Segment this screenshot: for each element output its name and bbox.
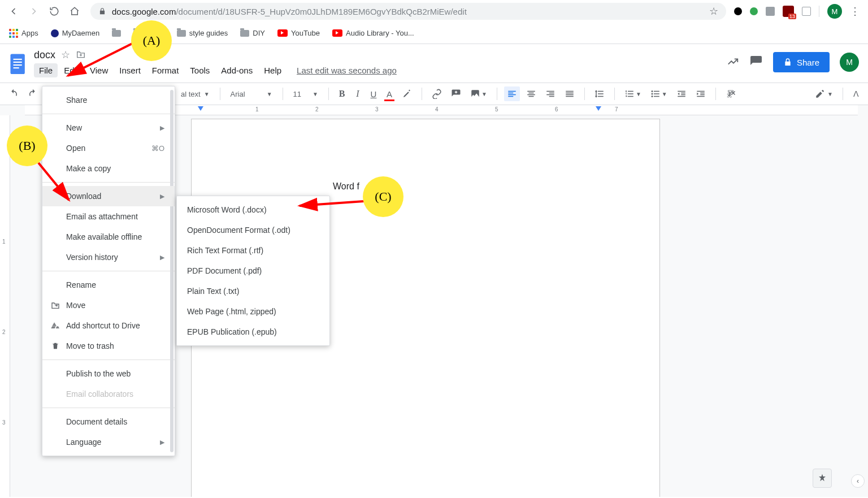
undo-button[interactable] — [6, 86, 21, 101]
font-select[interactable]: Arial ▼ — [227, 90, 276, 98]
file-available-offline[interactable]: Make available offline — [42, 227, 175, 247]
underline-button[interactable]: U — [367, 86, 380, 101]
activity-icon[interactable] — [727, 55, 739, 70]
separator — [42, 408, 175, 408]
file-document-details[interactable]: Document details — [42, 412, 175, 432]
redo-button[interactable] — [25, 86, 41, 101]
download-odt[interactable]: OpenDocument Format (.odt) — [177, 220, 329, 240]
profile-avatar[interactable]: M — [827, 4, 842, 19]
bookmark-folder[interactable]: DIY — [240, 29, 265, 37]
menu-tools[interactable]: Tools — [185, 63, 215, 77]
vertical-ruler[interactable]: 1 2 3 — [0, 115, 10, 497]
bookmark-label: DIY — [253, 29, 265, 37]
download-pdf[interactable]: PDF Document (.pdf) — [177, 261, 329, 281]
increase-indent-button[interactable] — [693, 86, 709, 101]
docs-logo-icon[interactable] — [7, 50, 29, 79]
extension-icon[interactable] — [734, 7, 742, 15]
menu-format[interactable]: Format — [147, 63, 184, 77]
chevron-right-icon: ▶ — [160, 439, 164, 446]
file-trash[interactable]: Move to trash — [42, 336, 175, 356]
trash-icon — [50, 341, 60, 351]
star-icon[interactable]: ☆ — [61, 49, 70, 61]
file-download[interactable]: Download▶ — [42, 186, 175, 206]
url-path: /document/d/18USFR-5_HupVz0m0JLhDM189EM6… — [176, 7, 466, 16]
download-txt[interactable]: Plain Text (.txt) — [177, 281, 329, 301]
paragraph-style-select[interactable]: al text ▼ — [177, 90, 213, 98]
insert-link-button[interactable] — [429, 86, 445, 101]
highlight-button[interactable] — [399, 86, 415, 101]
ruler-tick: 5 — [495, 106, 498, 112]
menu-file[interactable]: File — [34, 63, 58, 77]
file-new[interactable]: New▶ — [42, 118, 175, 138]
clear-formatting-button[interactable]: T — [723, 86, 739, 101]
file-language[interactable]: Language▶ — [42, 432, 175, 452]
document-title[interactable]: docx — [34, 49, 55, 61]
file-publish[interactable]: Publish to the web — [42, 363, 175, 384]
bookmark-folder[interactable] — [112, 30, 121, 37]
menu-view[interactable]: View — [85, 63, 113, 77]
bookmark-item[interactable]: Audio Library - You... — [332, 29, 414, 37]
download-epub[interactable]: EPUB Publication (.epub) — [177, 322, 329, 342]
italic-button[interactable]: I — [351, 86, 364, 101]
apps-shortcut[interactable]: Apps — [9, 29, 38, 38]
file-move[interactable]: Move — [42, 295, 175, 315]
line-spacing-button[interactable] — [592, 86, 607, 101]
align-right-button[interactable] — [542, 86, 558, 101]
comments-icon[interactable] — [749, 55, 763, 70]
bookmark-item[interactable]: YouTube — [277, 29, 320, 37]
bold-button[interactable]: B — [336, 86, 348, 101]
star-bookmark-icon[interactable]: ☆ — [709, 5, 718, 18]
share-label: Share — [797, 58, 819, 67]
extension-ublock-icon[interactable]: 13 — [783, 6, 794, 17]
menu-addons[interactable]: Add-ons — [216, 63, 258, 77]
file-add-shortcut[interactable]: Add shortcut to Drive — [42, 315, 175, 336]
file-open[interactable]: Open⌘O — [42, 138, 175, 158]
last-edit-link[interactable]: Last edit was seconds ago — [297, 66, 397, 75]
menu-help[interactable]: Help — [259, 63, 287, 77]
bookmark-folder[interactable]: style guides — [177, 29, 228, 37]
download-html[interactable]: Web Page (.html, zipped) — [177, 301, 329, 322]
editing-mode-button[interactable]: ▼ — [812, 86, 836, 101]
hide-menus-button[interactable]: ᐱ — [850, 86, 862, 101]
ruler-tick: 4 — [435, 106, 439, 112]
file-make-copy[interactable]: Make a copy — [42, 158, 175, 179]
file-share[interactable]: Share — [42, 90, 175, 110]
download-rtf[interactable]: Rich Text Format (.rtf) — [177, 240, 329, 261]
bulleted-list-button[interactable]: ▼ — [648, 86, 670, 101]
home-icon[interactable] — [67, 3, 83, 19]
indent-marker-right[interactable] — [596, 106, 601, 111]
explore-button[interactable] — [813, 469, 832, 488]
file-version-history[interactable]: Version history▶ — [42, 247, 175, 267]
indent-marker-left[interactable] — [198, 106, 203, 111]
insert-image-button[interactable]: ▼ — [467, 86, 490, 101]
align-center-button[interactable] — [523, 86, 539, 101]
show-side-panel-button[interactable]: ‹ — [851, 474, 865, 488]
download-docx[interactable]: Microsoft Word (.docx) — [177, 200, 329, 220]
extension-icon[interactable] — [750, 7, 758, 15]
bookmark-item[interactable]: MyDaemen — [51, 29, 99, 37]
file-rename[interactable]: Rename — [42, 275, 175, 295]
menu-edit[interactable]: Edit — [59, 63, 84, 77]
align-left-button[interactable] — [504, 86, 520, 101]
align-justify-button[interactable] — [562, 86, 578, 101]
file-email-attachment[interactable]: Email as attachment — [42, 206, 175, 227]
decrease-indent-button[interactable] — [674, 86, 689, 101]
extension-icon[interactable] — [802, 7, 811, 16]
font-size-select[interactable]: 11 ▼ — [290, 90, 322, 98]
ruler-tick: 2 — [315, 106, 319, 112]
back-icon[interactable] — [6, 3, 21, 19]
menu-insert[interactable]: Insert — [114, 63, 146, 77]
extension-icon[interactable] — [766, 7, 775, 16]
text-color-button[interactable]: A — [383, 86, 396, 101]
browser-menu-icon[interactable]: ⋮ — [850, 6, 859, 16]
folder-icon — [112, 30, 121, 37]
insert-comment-button[interactable] — [448, 86, 464, 101]
reload-icon[interactable] — [46, 3, 62, 19]
move-folder-icon[interactable] — [76, 49, 86, 61]
account-avatar[interactable]: M — [840, 53, 859, 72]
share-button[interactable]: Share — [773, 52, 830, 72]
forward-icon[interactable] — [26, 3, 42, 19]
numbered-list-button[interactable]: ▼ — [622, 86, 644, 101]
chevron-right-icon: ▶ — [160, 124, 164, 132]
address-bar[interactable]: docs.google.com/document/d/18USFR-5_HupV… — [90, 3, 726, 20]
